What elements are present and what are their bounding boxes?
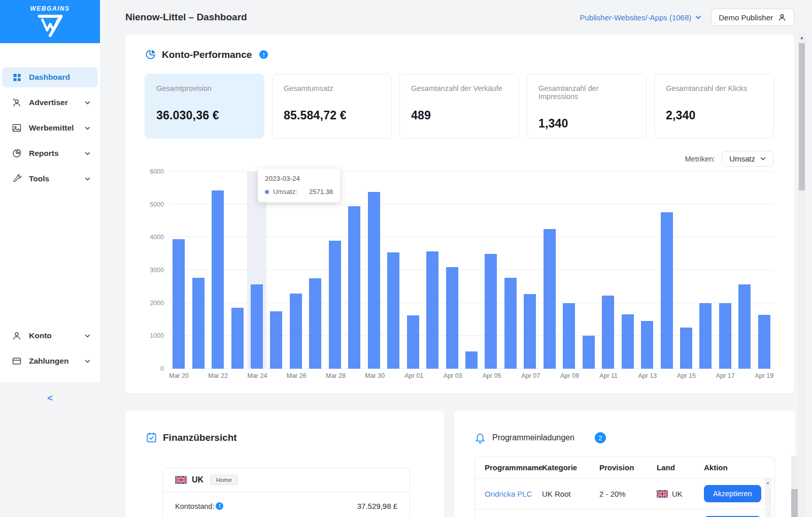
person-icon [777, 13, 787, 22]
info-icon[interactable]: ! [216, 502, 223, 510]
chart-column[interactable] [188, 172, 208, 369]
metrics-select[interactable]: Umsatz [722, 151, 774, 167]
chart-column[interactable] [403, 172, 422, 369]
chart-bar[interactable] [212, 190, 224, 369]
chart-column[interactable] [208, 172, 227, 369]
chart-plot[interactable]: 2023-03-24 Umsatz: 2571.38 [169, 172, 774, 369]
chart-bar[interactable] [192, 278, 205, 369]
chart-bar[interactable] [348, 206, 360, 369]
chart-bar[interactable] [368, 192, 380, 369]
chart-bar[interactable] [563, 303, 575, 369]
sidebar-item-werbemittel[interactable]: Werbemittel [2, 118, 98, 138]
column-header: Aktion [704, 463, 761, 472]
sidebar-item-advertiser[interactable]: Advertiser [2, 92, 98, 113]
user-menu-button[interactable]: Demo Publisher [711, 9, 794, 26]
chart-column[interactable] [735, 172, 754, 369]
chart-bar[interactable] [231, 308, 244, 369]
chart-bar[interactable] [426, 251, 438, 369]
chart-bar[interactable] [465, 351, 478, 369]
x-tick-label: Apr 17 [716, 372, 735, 379]
chart-column[interactable] [618, 172, 637, 369]
chart-column[interactable] [696, 172, 715, 369]
chart-bar[interactable] [309, 278, 321, 369]
scroll-up-arrow-icon[interactable]: ▲ [766, 480, 770, 517]
scroll-up-arrow-icon[interactable]: ▲ [798, 35, 805, 40]
x-tick-label [463, 372, 482, 379]
sidebar-item-zahlungen[interactable]: Zahlungen [2, 351, 98, 371]
chart-column[interactable] [481, 172, 500, 369]
chart-bar[interactable] [680, 328, 692, 369]
sidebar-collapse-button[interactable]: < [47, 393, 53, 403]
stat-card-gesamtprovision[interactable]: Gesamtprovision 36.030,36 € [145, 74, 264, 139]
program-name-link[interactable]: Ondricka PLC [485, 490, 542, 498]
chart-column[interactable] [227, 172, 247, 369]
finanzuebersicht-panel: Finanzübersicht UK Home Kontostand: ! 37… [125, 410, 444, 517]
chart-column[interactable] [579, 172, 598, 369]
chart-bar[interactable] [719, 303, 731, 369]
chart-bar[interactable] [485, 254, 497, 369]
chart-column[interactable] [637, 172, 657, 369]
x-tick-label: Apr 09 [560, 372, 579, 379]
advertiser-person-icon [11, 97, 22, 108]
chart-column[interactable] [755, 172, 774, 369]
chart-column[interactable] [423, 172, 442, 369]
webgains-logo[interactable]: WEBGAINS [0, 0, 100, 43]
stat-card-verkaeufe[interactable]: Gesamtanzahl der Verkäufe 489 [399, 74, 519, 139]
performance-title: Konto-Performance [162, 49, 252, 60]
publisher-websites-link[interactable]: Publisher-Websites/-Apps (1068) [580, 13, 702, 22]
chart-bar[interactable] [504, 278, 517, 369]
chart-column[interactable] [676, 172, 696, 369]
chart-bar[interactable] [524, 294, 536, 369]
chart-bar[interactable] [329, 241, 341, 369]
chart-column[interactable] [442, 172, 461, 369]
chart-bar[interactable] [641, 321, 653, 369]
sidebar-item-label: Werbemittel [29, 123, 74, 133]
x-tick-label: Mar 28 [326, 372, 346, 379]
chart-bar[interactable] [270, 311, 282, 369]
scrollbar-thumb[interactable] [799, 43, 805, 190]
chart-column[interactable] [559, 172, 579, 369]
chart-column[interactable] [169, 172, 188, 369]
chart-column[interactable] [657, 172, 676, 369]
chart-bar[interactable] [290, 294, 302, 369]
chart-bar[interactable] [758, 315, 770, 369]
sidebar-item-reports[interactable]: Reports [2, 143, 98, 164]
chart-column[interactable] [384, 172, 403, 369]
chart-bar[interactable] [583, 336, 595, 369]
stat-card-klicks[interactable]: Gesamtanzahl der Klicks 2,340 [654, 74, 774, 139]
chart-column[interactable] [520, 172, 539, 369]
chart-column[interactable] [462, 172, 481, 369]
scrollbar-thumb[interactable] [791, 489, 798, 517]
sidebar-item-konto[interactable]: Konto [2, 326, 98, 346]
person-icon [11, 330, 22, 341]
chart-bar[interactable] [699, 303, 712, 369]
dashboard-grid-icon [11, 72, 22, 83]
chart-column[interactable] [716, 172, 735, 369]
chart-bar[interactable] [738, 284, 751, 369]
stat-card-impressions[interactable]: Gesamtanzahl der Impressions 1,340 [527, 74, 647, 139]
chevron-down-icon [84, 176, 91, 182]
chart-bar[interactable] [251, 284, 263, 369]
uk-flag-icon [657, 490, 668, 498]
chart-x-axis: Mar 20Mar 22Mar 24Mar 26Mar 28Mar 30Apr … [169, 372, 774, 379]
chart-column[interactable] [598, 172, 618, 369]
chart-bar[interactable] [407, 315, 419, 369]
stat-card-gesamtumsatz[interactable]: Gesamtumsatz 85.584,72 € [272, 74, 392, 139]
chart-bar[interactable] [602, 296, 614, 369]
chart-bar[interactable] [661, 212, 673, 369]
sidebar-item-dashboard[interactable]: Dashboard [2, 67, 98, 87]
info-icon[interactable]: ! [259, 50, 268, 59]
accept-button[interactable]: Akzeptieren [704, 485, 761, 502]
chart-column[interactable] [501, 172, 520, 369]
konto-performance-panel: Konto-Performance ! Gesamtprovision 36.0… [125, 35, 794, 394]
chart-bar[interactable] [387, 252, 399, 369]
chart-column[interactable] [540, 172, 559, 369]
chart-bar[interactable] [446, 267, 458, 369]
chart-bar[interactable] [173, 239, 185, 369]
sidebar-item-tools[interactable]: Tools [2, 169, 98, 189]
chart-bar[interactable] [544, 229, 556, 369]
column-header: Programmname [485, 463, 542, 472]
chart-column[interactable] [364, 172, 384, 369]
chart-bar[interactable] [622, 314, 634, 369]
chart-column[interactable] [345, 172, 364, 369]
